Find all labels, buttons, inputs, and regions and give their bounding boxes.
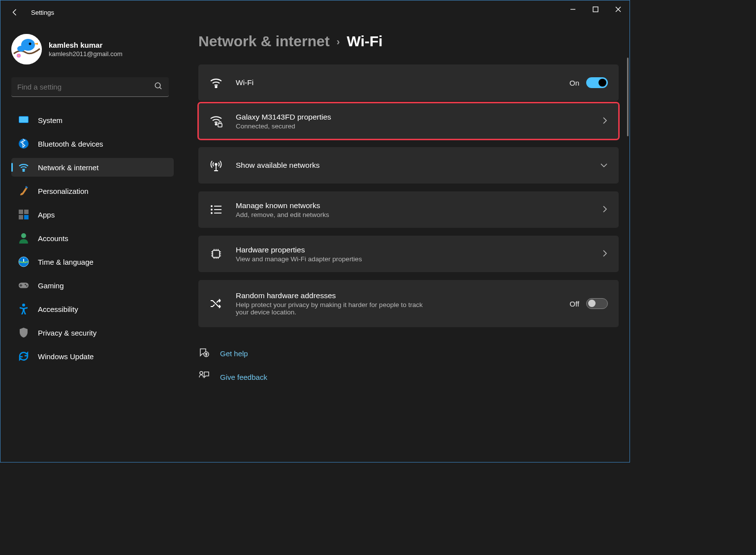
svg-point-27 — [215, 86, 217, 88]
user-email: kamlesh2011@gmail.com — [49, 50, 123, 58]
card-subtitle: Connected, secured — [236, 123, 589, 130]
close-button[interactable] — [607, 0, 630, 18]
antenna-icon — [209, 159, 223, 172]
card-subtitle: View and manage Wi-Fi adapter properties — [236, 255, 589, 263]
wifi-secured-icon — [209, 115, 223, 127]
wifi-toggle-card[interactable]: Wi-Fi On — [198, 64, 619, 101]
avatar — [11, 34, 42, 64]
svg-point-20 — [21, 233, 26, 238]
card-subtitle: Add, remove, and edit networks — [236, 211, 589, 218]
sidebar-item-bluetooth[interactable]: Bluetooth & devices — [11, 134, 174, 153]
svg-point-31 — [211, 206, 212, 207]
main-content: Network & internet › Wi-Fi Wi-Fi On Gala… — [178, 24, 630, 462]
user-name: kamlesh kumar — [49, 41, 123, 49]
svg-point-26 — [22, 304, 25, 307]
gamepad-icon — [18, 280, 29, 291]
svg-text:?: ? — [205, 353, 207, 356]
search-input-wrapper[interactable] — [11, 77, 169, 97]
wifi-state-label: On — [569, 79, 579, 87]
sidebar-item-label: Accessibility — [38, 305, 78, 313]
card-title: Random hardware addresses — [236, 291, 557, 300]
svg-point-15 — [23, 170, 25, 172]
sidebar-item-apps[interactable]: Apps — [11, 205, 174, 224]
card-title: Show available networks — [236, 161, 587, 170]
sidebar-item-label: Privacy & security — [38, 329, 96, 337]
feedback-link-label: Give feedback — [220, 373, 267, 381]
chip-icon — [209, 247, 223, 260]
window-title: Settings — [31, 9, 54, 16]
user-block[interactable]: kamlesh kumar kamlesh2011@gmail.com — [11, 34, 175, 64]
display-icon — [18, 115, 29, 125]
maximize-button[interactable] — [584, 0, 607, 18]
sidebar-item-personalization[interactable]: Personalization — [11, 182, 174, 200]
bluetooth-icon — [18, 138, 29, 149]
random-hw-card[interactable]: Random hardware addresses Help protect y… — [198, 280, 619, 327]
svg-point-28 — [216, 123, 217, 125]
svg-point-6 — [17, 46, 25, 52]
back-button[interactable] — [10, 7, 20, 17]
chevron-right-icon — [602, 249, 608, 259]
sidebar-item-label: Personalization — [38, 187, 89, 195]
help-link-label: Get help — [220, 349, 248, 358]
hardware-properties-card[interactable]: Hardware properties View and manage Wi-F… — [198, 236, 619, 272]
svg-rect-17 — [24, 210, 29, 214]
sidebar-item-label: Time & language — [38, 258, 94, 266]
breadcrumb-parent[interactable]: Network & internet — [198, 33, 330, 50]
feedback-link[interactable]: Give feedback — [198, 370, 619, 383]
sidebar-item-update[interactable]: Windows Update — [11, 347, 174, 366]
chevron-right-icon: › — [337, 36, 340, 47]
svg-point-14 — [19, 139, 29, 149]
sidebar-item-label: Gaming — [38, 281, 64, 290]
svg-point-25 — [26, 285, 28, 286]
sidebar-item-gaming[interactable]: Gaming — [11, 276, 174, 295]
sidebar-item-label: Apps — [38, 211, 55, 219]
chevron-down-icon — [600, 161, 608, 170]
sidebar-item-accounts[interactable]: Accounts — [11, 229, 174, 247]
update-icon — [18, 351, 29, 362]
card-title: Wi-Fi — [236, 78, 557, 87]
help-icon: ? — [198, 347, 209, 360]
available-networks-card[interactable]: Show available networks — [198, 147, 619, 184]
wifi-icon — [18, 162, 29, 173]
svg-rect-18 — [19, 215, 23, 219]
breadcrumb: Network & internet › Wi-Fi — [198, 33, 619, 50]
svg-point-40 — [200, 371, 203, 374]
sidebar-item-network[interactable]: Network & internet — [11, 158, 174, 177]
card-title: Manage known networks — [236, 201, 589, 210]
known-networks-card[interactable]: Manage known networks Add, remove, and e… — [198, 191, 619, 228]
wifi-toggle[interactable] — [586, 77, 608, 88]
svg-rect-19 — [24, 215, 29, 219]
current-network-card[interactable]: Galaxy M3143FD properties Connected, sec… — [198, 103, 619, 139]
sidebar-item-label: Windows Update — [38, 352, 94, 361]
random-hw-toggle[interactable] — [586, 298, 608, 309]
chevron-right-icon — [602, 117, 608, 126]
wifi-icon — [209, 77, 223, 88]
svg-point-10 — [155, 83, 160, 88]
sidebar-item-label: Bluetooth & devices — [38, 140, 103, 148]
svg-rect-16 — [19, 210, 23, 214]
card-title: Galaxy M3143FD properties — [236, 113, 589, 122]
paintbrush-icon — [18, 185, 29, 196]
sidebar-item-label: Network & internet — [38, 163, 98, 172]
scrollbar[interactable] — [627, 58, 629, 136]
svg-rect-37 — [213, 250, 220, 257]
svg-rect-29 — [218, 123, 222, 127]
search-icon — [154, 82, 163, 92]
search-input[interactable] — [17, 83, 154, 91]
clock-globe-icon — [18, 256, 29, 267]
card-subtitle: Help protect your privacy by making it h… — [236, 301, 433, 316]
person-icon — [18, 233, 29, 244]
minimize-button[interactable] — [562, 0, 584, 18]
chevron-right-icon — [602, 205, 608, 215]
svg-point-7 — [29, 43, 32, 45]
get-help-link[interactable]: ? Get help — [198, 347, 619, 360]
svg-point-9 — [18, 55, 20, 57]
accessibility-icon — [18, 304, 29, 314]
sidebar-item-accessibility[interactable]: Accessibility — [11, 300, 174, 318]
sidebar-item-system[interactable]: System — [11, 111, 174, 129]
svg-line-11 — [159, 87, 161, 89]
sidebar-item-privacy[interactable]: Privacy & security — [11, 323, 174, 342]
apps-icon — [18, 209, 29, 220]
shuffle-icon — [209, 298, 223, 309]
sidebar-item-time[interactable]: Time & language — [11, 252, 174, 271]
